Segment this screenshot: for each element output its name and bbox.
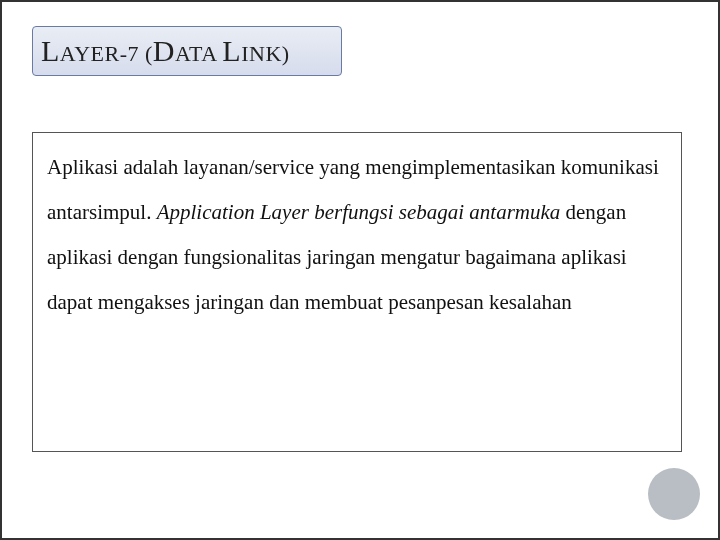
- body-text-box: Aplikasi adalah layanan/service yang men…: [32, 132, 682, 452]
- slide-title: LAYER-7 (DATA LINK): [41, 34, 290, 68]
- body-paragraph-2-italic: Application Layer berfungsi sebagai anta…: [157, 200, 561, 224]
- slide: LAYER-7 (DATA LINK) Aplikasi adalah laya…: [0, 0, 720, 540]
- title-box: LAYER-7 (DATA LINK): [32, 26, 342, 76]
- decorative-circle-icon: [648, 468, 700, 520]
